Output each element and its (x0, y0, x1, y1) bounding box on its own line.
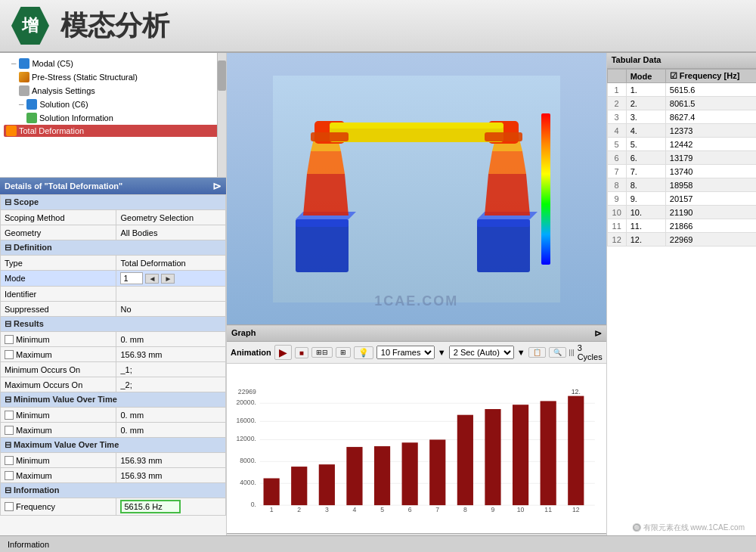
svg-text:12000.: 12000. (236, 435, 256, 442)
maxtime-min-checkbox[interactable] (5, 456, 14, 465)
bar-9 (485, 409, 500, 505)
table-row: 5 5. 12442 (607, 138, 756, 151)
row-maxtime-min: Minimum 156.93 mm (1, 453, 226, 468)
frame-view-button[interactable]: ⊞ (336, 347, 351, 358)
duration-select[interactable]: 2 Sec (Auto) (449, 346, 514, 359)
bar-4 (346, 447, 362, 505)
graph-title: Graph ⊳ (227, 326, 606, 342)
tree-item-solution[interactable]: ─ Solution (C6) (4, 98, 222, 111)
svg-marker-7 (303, 174, 349, 216)
table-row: 1 1. 5615.6 (607, 83, 756, 97)
svg-text:12.: 12. (572, 388, 581, 395)
frames-select[interactable]: 10 Frames (376, 346, 435, 359)
viewport-and-graph: 1CAE.COM Graph ⊳ Animation ▶ ■ ⊞⊟ ⊞ 💡 (227, 53, 606, 552)
frequency-input[interactable] (120, 500, 181, 513)
left-panel: ─ Modal (C5) Pre-Stress (Static Structur… (0, 53, 227, 552)
svg-marker-8 (307, 151, 345, 174)
bar-12 (568, 396, 584, 505)
row-max-occurs-on: Maximum Occurs On _2; (1, 377, 226, 392)
right-panel: 1CAE.COM Graph ⊳ Animation ▶ ■ ⊞⊟ ⊞ 💡 (227, 53, 756, 552)
svg-rect-20 (485, 132, 522, 141)
graph-svg: 0. 4000. 8000. 12000. 16000. 20000. 2296… (234, 367, 599, 529)
svg-text:12: 12 (572, 506, 580, 513)
bar-3 (319, 464, 335, 505)
stop-button[interactable]: ■ (295, 347, 308, 358)
row-mintime-max: Maximum 0. mm (1, 423, 226, 438)
3d-model-svg (273, 68, 560, 310)
tree-item-modal[interactable]: ─ Modal (C5) (4, 57, 222, 70)
freq-checkbox[interactable] (5, 502, 14, 511)
svg-text:1: 1 (270, 506, 274, 513)
svg-text:6: 6 (408, 506, 412, 513)
section-results: ⊟ Results (1, 317, 226, 332)
header-hex-icon: 增 (11, 7, 49, 45)
tree-view: ─ Modal (C5) Pre-Stress (Static Structur… (0, 53, 226, 178)
svg-text:2: 2 (297, 506, 301, 513)
mode-input[interactable] (120, 272, 143, 284)
details-title: Details of "Total Deformation" ⊳ (0, 178, 226, 194)
maxtime-max-checkbox[interactable] (5, 471, 14, 480)
svg-text:9: 9 (491, 506, 495, 513)
table-row: 4 4. 12373 (607, 124, 756, 138)
row-scoping-method: Scoping Method Geometry Selection (1, 210, 226, 225)
bulb-button[interactable]: 💡 (354, 346, 373, 359)
bar-6 (402, 442, 418, 505)
min-checkbox[interactable] (5, 335, 14, 344)
bottom-logo: 🔘 有限元素在线 www.1CAE.com (632, 523, 745, 533)
svg-text:5: 5 (380, 506, 384, 513)
table-row: 3 3. 8627.4 (607, 110, 756, 124)
svg-text:10: 10 (517, 506, 525, 513)
tree-item-prestress[interactable]: Pre-Stress (Static Structural) (4, 70, 222, 84)
svg-text:4: 4 (353, 506, 357, 513)
page-title: 模态分析 (60, 8, 169, 45)
svg-text:20000.: 20000. (236, 398, 256, 406)
table-row: 8 8. 18958 (607, 178, 756, 192)
mintime-min-checkbox[interactable] (5, 411, 14, 420)
svg-rect-4 (477, 219, 530, 272)
svg-rect-2 (296, 219, 349, 227)
zoom-button[interactable]: 🔍 (549, 347, 566, 358)
bar-8 (457, 415, 473, 505)
section-min-over-time: ⊟ Minimum Value Over Time (1, 392, 226, 408)
mintime-max-checkbox[interactable] (5, 426, 14, 435)
svg-rect-21 (541, 113, 550, 265)
table-row: 7 7. 13740 (607, 165, 756, 178)
mode-next-button[interactable]: ► (161, 274, 175, 284)
row-suppressed: Suppressed No (1, 302, 226, 317)
play-button[interactable]: ▶ (274, 345, 292, 360)
svg-text:22969: 22969 (238, 388, 256, 395)
svg-rect-18 (330, 122, 503, 129)
section-max-over-time: ⊟ Maximum Value Over Time (1, 438, 226, 453)
tree-item-solinfo[interactable]: Solution Information (4, 111, 222, 125)
max-checkbox[interactable] (5, 350, 14, 359)
row-mode[interactable]: Mode ◄ ► (1, 271, 226, 287)
svg-text:8000.: 8000. (240, 457, 256, 464)
export-button[interactable]: 📋 (528, 347, 546, 358)
svg-marker-11 (488, 151, 526, 174)
row-type: Type Total Deformation (1, 256, 226, 271)
table-row: 10 10. 21190 (607, 206, 756, 219)
svg-rect-19 (311, 132, 349, 141)
row-geometry: Geometry All Bodies (1, 225, 226, 240)
main-layout: ─ Modal (C5) Pre-Stress (Static Structur… (0, 53, 756, 552)
table-row: 2 2. 8061.5 (607, 97, 756, 110)
bar-7 (429, 439, 445, 505)
frame-layout-button[interactable]: ⊞⊟ (311, 347, 333, 358)
graph-content: 0. 4000. 8000. 12000. 16000. 20000. 2296… (227, 364, 606, 533)
svg-rect-1 (296, 219, 349, 272)
tabular-body: 1 1. 5615.6 2 2. 8061.5 3 3. 8627.4 4 4.… (607, 83, 756, 247)
tabular-scroll[interactable]: Mode ☑ Frequency [Hz] 1 1. 5615.6 2 2. 8… (607, 69, 756, 552)
info-label: Information (8, 540, 49, 549)
row-min-occurs-on: Minimum Occurs On _1; (1, 362, 226, 377)
bar-11 (541, 401, 556, 505)
tree-item-settings[interactable]: Analysis Settings (4, 84, 222, 98)
table-row: 11 11. 21866 (607, 219, 756, 233)
details-panel: Details of "Total Deformation" ⊳ ⊟ Scope… (0, 178, 226, 552)
tree-item-deform[interactable]: Total Deformation (4, 125, 222, 137)
row-frequency: Frequency (1, 498, 226, 516)
svg-text:8: 8 (463, 506, 467, 513)
cycles-label: 3 Cycles (578, 343, 603, 361)
bar-10 (513, 405, 528, 505)
row-minimum: Minimum 0. mm (1, 332, 226, 347)
mode-prev-button[interactable]: ◄ (145, 274, 159, 284)
